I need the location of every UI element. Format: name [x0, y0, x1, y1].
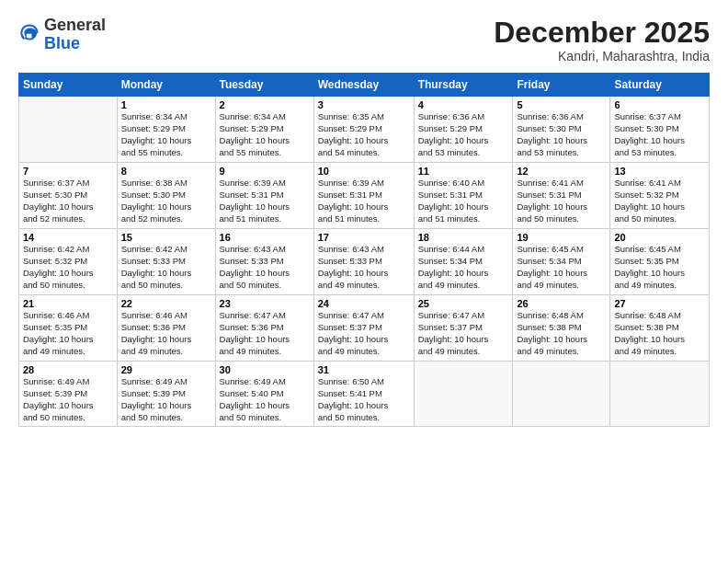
- day-info: Sunrise: 6:49 AMSunset: 5:39 PMDaylight:…: [23, 376, 113, 423]
- day-number: 29: [121, 364, 211, 375]
- calendar-cell: 5Sunrise: 6:36 AMSunset: 5:30 PMDaylight…: [513, 97, 610, 163]
- day-info: Sunrise: 6:40 AMSunset: 5:31 PMDaylight:…: [418, 178, 509, 224]
- day-info: Sunrise: 6:49 AMSunset: 5:39 PMDaylight:…: [121, 376, 211, 423]
- calendar-cell: 18Sunrise: 6:44 AMSunset: 5:34 PMDayligh…: [414, 229, 513, 295]
- day-info: Sunrise: 6:34 AMSunset: 5:29 PMDaylight:…: [121, 111, 211, 158]
- calendar-cell: 29Sunrise: 6:49 AMSunset: 5:39 PMDayligh…: [117, 362, 215, 427]
- calendar-week-2: 7Sunrise: 6:37 AMSunset: 5:30 PMDaylight…: [19, 163, 710, 229]
- day-number: 19: [517, 232, 606, 243]
- day-number: 8: [121, 166, 211, 177]
- day-info: Sunrise: 6:36 AMSunset: 5:30 PMDaylight:…: [517, 111, 606, 158]
- day-info: Sunrise: 6:41 AMSunset: 5:31 PMDaylight:…: [517, 178, 606, 224]
- day-number: 30: [220, 364, 310, 375]
- day-info: Sunrise: 6:36 AMSunset: 5:29 PMDaylight:…: [418, 111, 509, 158]
- day-info: Sunrise: 6:42 AMSunset: 5:33 PMDaylight:…: [121, 244, 211, 291]
- day-number: 26: [517, 298, 606, 309]
- day-number: 25: [418, 298, 509, 309]
- day-info: Sunrise: 6:46 AMSunset: 5:35 PMDaylight:…: [23, 310, 113, 357]
- calendar-cell: 24Sunrise: 6:47 AMSunset: 5:37 PMDayligh…: [313, 295, 414, 362]
- day-number: 14: [23, 232, 113, 243]
- calendar-table: SundayMondayTuesdayWednesdayThursdayFrid…: [18, 73, 710, 427]
- calendar-cell: 31Sunrise: 6:50 AMSunset: 5:41 PMDayligh…: [313, 362, 414, 427]
- calendar-cell: [414, 362, 513, 427]
- logo-blue: Blue: [44, 35, 106, 53]
- day-info: Sunrise: 6:37 AMSunset: 5:30 PMDaylight:…: [614, 111, 705, 158]
- day-info: Sunrise: 6:41 AMSunset: 5:32 PMDaylight:…: [614, 178, 705, 224]
- day-info: Sunrise: 6:38 AMSunset: 5:30 PMDaylight:…: [121, 178, 211, 224]
- day-info: Sunrise: 6:48 AMSunset: 5:38 PMDaylight:…: [614, 310, 705, 357]
- day-info: Sunrise: 6:48 AMSunset: 5:38 PMDaylight:…: [517, 310, 606, 357]
- day-info: Sunrise: 6:42 AMSunset: 5:32 PMDaylight:…: [23, 244, 113, 291]
- calendar-cell: 4Sunrise: 6:36 AMSunset: 5:29 PMDaylight…: [414, 97, 513, 163]
- day-info: Sunrise: 6:43 AMSunset: 5:33 PMDaylight:…: [318, 244, 410, 291]
- page: General Blue December 2025 Kandri, Mahar…: [0, 0, 728, 563]
- title-block: December 2025 Kandri, Maharashtra, India: [494, 17, 710, 63]
- day-info: Sunrise: 6:39 AMSunset: 5:31 PMDaylight:…: [220, 178, 310, 224]
- day-info: Sunrise: 6:47 AMSunset: 5:37 PMDaylight:…: [418, 310, 509, 357]
- weekday-row: SundayMondayTuesdayWednesdayThursdayFrid…: [19, 74, 710, 97]
- calendar-cell: 9Sunrise: 6:39 AMSunset: 5:31 PMDaylight…: [215, 163, 313, 229]
- weekday-friday: Friday: [513, 74, 610, 97]
- day-number: 17: [318, 232, 410, 243]
- calendar-header: SundayMondayTuesdayWednesdayThursdayFrid…: [19, 74, 710, 97]
- day-number: 3: [318, 99, 410, 110]
- calendar-cell: 8Sunrise: 6:38 AMSunset: 5:30 PMDaylight…: [117, 163, 215, 229]
- weekday-saturday: Saturday: [610, 74, 710, 97]
- calendar-cell: 7Sunrise: 6:37 AMSunset: 5:30 PMDaylight…: [19, 163, 118, 229]
- day-info: Sunrise: 6:44 AMSunset: 5:34 PMDaylight:…: [418, 244, 509, 291]
- day-number: 31: [318, 364, 410, 375]
- calendar-cell: 25Sunrise: 6:47 AMSunset: 5:37 PMDayligh…: [414, 295, 513, 362]
- calendar-cell: 27Sunrise: 6:48 AMSunset: 5:38 PMDayligh…: [610, 295, 710, 362]
- day-number: 10: [318, 166, 410, 177]
- day-number: 21: [23, 298, 113, 309]
- weekday-wednesday: Wednesday: [313, 74, 414, 97]
- day-number: 15: [121, 232, 211, 243]
- calendar-week-1: 1Sunrise: 6:34 AMSunset: 5:29 PMDaylight…: [19, 97, 710, 163]
- calendar-cell: [610, 362, 710, 427]
- weekday-thursday: Thursday: [414, 74, 513, 97]
- day-info: Sunrise: 6:43 AMSunset: 5:33 PMDaylight:…: [220, 244, 310, 291]
- calendar-cell: 19Sunrise: 6:45 AMSunset: 5:34 PMDayligh…: [513, 229, 610, 295]
- calendar-week-5: 28Sunrise: 6:49 AMSunset: 5:39 PMDayligh…: [19, 362, 710, 427]
- calendar-cell: 17Sunrise: 6:43 AMSunset: 5:33 PMDayligh…: [313, 229, 414, 295]
- weekday-sunday: Sunday: [19, 74, 118, 97]
- day-info: Sunrise: 6:45 AMSunset: 5:34 PMDaylight:…: [517, 244, 606, 291]
- calendar-cell: 12Sunrise: 6:41 AMSunset: 5:31 PMDayligh…: [513, 163, 610, 229]
- calendar-cell: 23Sunrise: 6:47 AMSunset: 5:36 PMDayligh…: [215, 295, 313, 362]
- calendar-cell: 1Sunrise: 6:34 AMSunset: 5:29 PMDaylight…: [117, 97, 215, 163]
- calendar-week-4: 21Sunrise: 6:46 AMSunset: 5:35 PMDayligh…: [19, 295, 710, 362]
- calendar-cell: 6Sunrise: 6:37 AMSunset: 5:30 PMDaylight…: [610, 97, 710, 163]
- calendar-cell: 2Sunrise: 6:34 AMSunset: 5:29 PMDaylight…: [215, 97, 313, 163]
- calendar-cell: 22Sunrise: 6:46 AMSunset: 5:36 PMDayligh…: [117, 295, 215, 362]
- day-info: Sunrise: 6:47 AMSunset: 5:36 PMDaylight:…: [220, 310, 310, 357]
- day-number: 11: [418, 166, 509, 177]
- day-number: 9: [220, 166, 310, 177]
- day-number: 18: [418, 232, 509, 243]
- day-number: 20: [614, 232, 705, 243]
- day-number: 27: [614, 298, 705, 309]
- calendar-cell: [513, 362, 610, 427]
- weekday-tuesday: Tuesday: [215, 74, 313, 97]
- header: General Blue December 2025 Kandri, Mahar…: [18, 17, 710, 63]
- day-number: 7: [23, 166, 113, 177]
- day-info: Sunrise: 6:39 AMSunset: 5:31 PMDaylight:…: [318, 178, 410, 224]
- calendar-cell: 20Sunrise: 6:45 AMSunset: 5:35 PMDayligh…: [610, 229, 710, 295]
- calendar-cell: [19, 97, 118, 163]
- day-info: Sunrise: 6:35 AMSunset: 5:29 PMDaylight:…: [318, 111, 410, 158]
- day-info: Sunrise: 6:34 AMSunset: 5:29 PMDaylight:…: [220, 111, 310, 158]
- logo-text: General Blue: [44, 17, 106, 53]
- day-number: 5: [517, 99, 606, 110]
- day-number: 16: [220, 232, 310, 243]
- day-number: 1: [121, 99, 211, 110]
- calendar-cell: 14Sunrise: 6:42 AMSunset: 5:32 PMDayligh…: [19, 229, 118, 295]
- calendar-cell: 21Sunrise: 6:46 AMSunset: 5:35 PMDayligh…: [19, 295, 118, 362]
- logo: General Blue: [18, 17, 106, 53]
- location: Kandri, Maharashtra, India: [494, 49, 710, 63]
- day-number: 6: [614, 99, 705, 110]
- day-info: Sunrise: 6:50 AMSunset: 5:41 PMDaylight:…: [318, 376, 410, 423]
- day-number: 23: [220, 298, 310, 309]
- calendar-cell: 10Sunrise: 6:39 AMSunset: 5:31 PMDayligh…: [313, 163, 414, 229]
- day-number: 12: [517, 166, 606, 177]
- calendar-cell: 28Sunrise: 6:49 AMSunset: 5:39 PMDayligh…: [19, 362, 118, 427]
- day-number: 13: [614, 166, 705, 177]
